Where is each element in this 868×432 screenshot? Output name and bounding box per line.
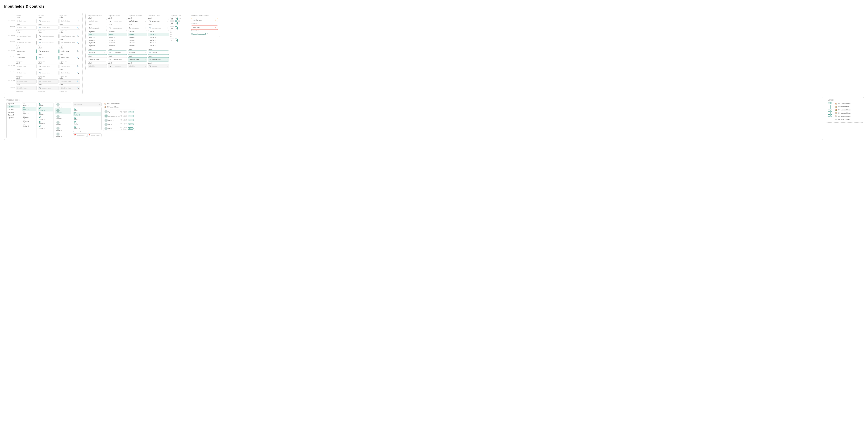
ctrl-checkbox-7[interactable] [828,110,830,112]
check-option-4[interactable]: ✓ Option 4 [38,116,53,121]
people-option-5[interactable]: Option 1 July 5, 2023 at 4:46pm Sent ✓ [103,126,135,130]
dd1-icon-selecting[interactable]: 🔍 Selecting state ▴ [108,26,127,30]
ctrl-address-5[interactable]: 🏠 330 Mcleod Street [834,115,862,118]
dd-option-5[interactable]: Option 5 [148,41,169,44]
ctrl-checkbox-8[interactable] [830,110,832,112]
date-to-input[interactable]: 📅 default state... [87,133,101,137]
radio-option-2[interactable]: Option 2 [22,106,36,111]
dd1-focused[interactable]: Focused ▾ [88,51,107,55]
input-hover-right-icon[interactable]: Hover/focused state 🔍 [60,34,81,38]
ctrl-checkbox-5[interactable] [828,107,830,109]
dd1-icon-default[interactable]: 🔍 Default state ▾ [108,19,127,23]
option-3[interactable]: Option 3 [7,108,20,111]
dd-option-5[interactable]: Option 5 [108,41,127,44]
ctrl-address-4[interactable]: 🏠 330 Mcleod Street [834,112,862,115]
input-caption-left-icon[interactable]: 🔍 Default state [38,26,59,30]
input-caption-active-left-icon[interactable]: 🔍 Active state [38,56,59,60]
ctrl-checkbox-11[interactable] [828,115,830,117]
close-icon[interactable]: ✕ [145,21,146,22]
radio-option-3[interactable]: Option 3 [22,111,36,115]
ctrl-address-2[interactable]: 🏠 40 Nelson Street [834,105,862,108]
people-option-2[interactable]: 330 Mcleod Street July 5, 2023 at 4:46pm… [103,114,135,118]
dd1-selecting[interactable]: Selecting state ▴ [88,26,107,30]
input-default2-left-icon[interactable]: 🔍 Default state [38,64,59,68]
close-icon[interactable]: ✕ [145,52,146,54]
input-default2-right-icon[interactable]: Default state 🔍 [60,64,81,68]
option-4[interactable]: Option 4 [7,111,20,114]
dd2-icon-selecting[interactable]: 🔍 Selecting state ✕ [148,26,169,30]
dd-option-2[interactable]: Option 2 [108,33,127,36]
dd1-icon-focused[interactable]: 🔍 Focused ▾ [108,51,127,55]
dd2-selected[interactable]: Selected state ✕ [128,57,147,61]
radio-option-1[interactable]: Option 1 [22,102,36,106]
avatar-option-2[interactable]: Option 2 [55,109,71,114]
dd-option-3[interactable]: Option 3 [148,36,169,39]
dd2-default[interactable]: Default state ✕ [128,19,147,23]
dd-option-2[interactable]: Option 2 [128,33,147,36]
input-default-no-icon[interactable]: Default state [16,19,37,23]
ctrl-address-3[interactable]: 🏠 330 Mcleod Street [834,109,862,111]
input-caption-hover-left-icon[interactable]: 🔍 Hover/focused state [38,41,59,45]
check-option-5[interactable]: ✓ Option 5 [38,121,53,125]
ctrl-checkbox-12[interactable] [830,115,832,117]
dd2-focused[interactable]: Focused ✕ [128,51,147,55]
input-default-right-icon[interactable]: Default state ✕ [60,19,81,23]
dd-option-1[interactable]: Option 1 [108,30,127,33]
dd-option-2[interactable]: Option 2 [148,33,169,36]
dd-option-1[interactable]: Option 1 [88,30,106,33]
small-dd-x2[interactable]: ✕ [175,21,178,25]
radio-option-4[interactable]: Option 4 [22,115,36,119]
dd-option-3[interactable]: Option 3 [88,36,106,39]
small-dd-x3[interactable]: ✕ [175,26,178,30]
dd2-selecting[interactable]: Selecting state ✕ [128,26,147,30]
input-active-right-icon[interactable]: Active state 🔍 [60,49,81,53]
dd-option-5[interactable]: Option 5 [88,41,106,44]
dd-option-1[interactable]: Option 1 [128,30,147,33]
small-dd-1[interactable]: 10 [170,17,174,21]
ctrl-checkbox-3[interactable] [828,105,830,107]
radio-option-6[interactable]: Option 6 [22,123,36,127]
option-1[interactable]: Option 1 [7,102,20,105]
date-from-input[interactable]: 📅 default state... [73,133,87,137]
dd-option-6[interactable]: Option 6 [108,44,127,47]
check-option-2[interactable]: ✓ Option 2 [38,107,53,112]
input-caption-default2-right-icon[interactable]: Default state 🔍 [60,71,81,75]
dd-option-5[interactable]: Option 5 [128,41,147,44]
avatar-option-6[interactable]: Option 6 [55,132,71,138]
check2-option-3[interactable]: ✓ Option 3 [73,116,101,121]
dd-option-6[interactable]: Option 6 [88,44,106,47]
option-5[interactable]: Option 5 [7,114,20,116]
input-hover-no-icon[interactable]: Hover/focused state [16,34,37,38]
input-caption-default2-left-icon[interactable]: 🔍 Default state [38,71,59,75]
input-caption-no-icon[interactable]: Default state [16,26,37,30]
input-caption-hover-right-icon[interactable]: Hover/focused state 🔍 [60,41,81,45]
avatar-option-5[interactable]: Option 5 [55,126,71,132]
dd-option-3[interactable]: Option 3 [108,36,127,39]
close-icon[interactable]: ✕ [166,52,168,54]
input-caption-active-right-icon[interactable]: Active state 🔍 [60,56,81,60]
close-icon[interactable]: ✕ [166,21,168,22]
dd-option-6[interactable]: Option 6 [128,44,147,47]
address-option-2[interactable]: 🏠 40 Nelson Street [103,105,135,109]
input-hover-left-icon[interactable]: 🔍 Hover/focused state [38,34,59,38]
radio-option-5[interactable]: Option 5 [22,119,36,123]
option-6[interactable]: Option 6 [7,116,20,119]
avatar-option-4[interactable]: Option 4 [55,120,71,126]
close-icon[interactable]: ✕ [166,59,168,60]
dd-option-4[interactable]: Option 4 [148,39,169,41]
input-caption-default2-no-icon[interactable]: Default state [16,71,37,75]
check2-option-4[interactable]: ✓ Option 4 [73,121,101,125]
small-dd-4[interactable]: 50 [170,38,174,42]
warning-field[interactable]: Warning state ⚠ [191,18,218,22]
input-caption-right-icon[interactable]: Default state 🔍 [60,26,81,30]
dd-option-4[interactable]: Option 4 [108,39,127,41]
avatar-option-3[interactable]: Option 3 [55,114,71,120]
ctrl-checkbox-1[interactable]: ✓ [828,102,830,104]
ctrl-checkbox-6[interactable] [830,107,832,109]
error-field[interactable]: Error state ⊗ [191,26,218,30]
check2-option-1[interactable]: Option 1 [73,107,101,112]
close-icon[interactable]: ✕ [145,59,146,60]
close-icon[interactable]: ✕ [166,27,168,29]
dd-option-4[interactable]: Option 4 [128,39,147,41]
dd-option-1[interactable]: Option 1 [148,30,169,33]
